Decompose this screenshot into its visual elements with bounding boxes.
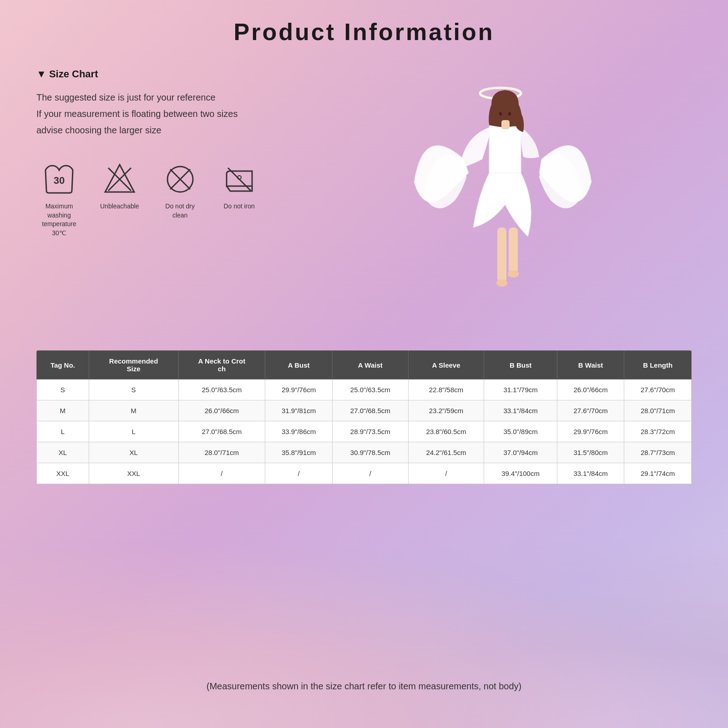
table-cell: 26.0"/66cm <box>178 400 265 421</box>
table-cell: / <box>265 463 333 484</box>
table-cell: 28.0"/71cm <box>178 442 265 463</box>
table-cell: 29.1"/74cm <box>624 463 692 484</box>
table-cell: L <box>89 421 178 442</box>
size-chart-header: ▼ Size Chart <box>36 68 382 80</box>
wash-30-icon: 30 <box>41 161 77 197</box>
col-tag-no: Tag No. <box>37 351 89 379</box>
table-cell: 28.3"/72cm <box>624 421 692 442</box>
page-title: Product Information <box>36 18 692 46</box>
col-b-waist: B Waist <box>557 351 624 379</box>
table-cell: S <box>89 379 178 400</box>
table-cell: 27.0"/68.5cm <box>332 400 408 421</box>
dry-clean-label: Do not dry clean <box>157 202 203 220</box>
footer-note: (Measurements shown in the size chart re… <box>0 681 728 692</box>
table-cell: 23.2"/59cm <box>408 400 484 421</box>
care-item-dry-clean: Do not dry clean <box>157 161 203 220</box>
table-cell: 28.0"/71cm <box>624 400 692 421</box>
no-bleach-icon <box>101 161 138 197</box>
table-cell: XL <box>89 442 178 463</box>
table-cell: M <box>37 400 89 421</box>
left-section: ▼ Size Chart The suggested size is just … <box>36 68 382 332</box>
iron-label: Do not iron <box>223 202 254 211</box>
table-cell: S <box>37 379 89 400</box>
col-b-bust: B Bust <box>484 351 557 379</box>
desc-line-3: advise choosing the larger size <box>36 122 382 138</box>
model-image <box>410 68 601 332</box>
table-cell: 29.9"/76cm <box>557 421 624 442</box>
table-cell: 28.9"/73.5cm <box>332 421 408 442</box>
table-row: XLXL28.0"/71cm35.8"/91cm30.9"/78.5cm24.2… <box>37 442 692 463</box>
svg-text:30: 30 <box>54 175 65 186</box>
bleach-label: Unbleachable <box>100 202 139 211</box>
table-cell: 27.0"/68.5cm <box>178 421 265 442</box>
svg-rect-11 <box>489 123 521 177</box>
table-cell: 30.9"/78.5cm <box>332 442 408 463</box>
table-cell: XXL <box>89 463 178 484</box>
table-cell: 35.0"/89cm <box>484 421 557 442</box>
svg-point-13 <box>499 112 502 116</box>
table-cell: 25.0"/63.5cm <box>332 379 408 400</box>
size-table-body: SS25.0"/63.5cm29.9"/76cm25.0"/63.5cm22.8… <box>37 379 692 484</box>
no-dry-clean-icon <box>162 161 198 197</box>
table-cell: 28.7"/73cm <box>624 442 692 463</box>
svg-rect-15 <box>497 228 506 282</box>
svg-point-14 <box>508 112 511 116</box>
col-a-neck-crotch: A Neck to Crotch <box>178 351 265 379</box>
table-row: LL27.0"/68.5cm33.9"/86cm28.9"/73.5cm23.8… <box>37 421 692 442</box>
table-cell: 33.1"/84cm <box>484 400 557 421</box>
table-cell: XL <box>37 442 89 463</box>
care-item-iron: Do not iron <box>221 161 258 211</box>
table-cell: / <box>178 463 265 484</box>
table-cell: 27.6"/70cm <box>624 379 692 400</box>
no-iron-icon <box>221 161 258 197</box>
table-cell: 26.0"/66cm <box>557 379 624 400</box>
table-cell: 27.6"/70cm <box>557 400 624 421</box>
table-cell: M <box>89 400 178 421</box>
care-icons-section: 30 Maximum washing temperature 30℃ Unble… <box>36 161 382 238</box>
size-table-section: Tag No. RecommendedSize A Neck to Crotch… <box>36 350 692 484</box>
col-a-bust: A Bust <box>265 351 333 379</box>
table-cell: 33.9"/86cm <box>265 421 333 442</box>
table-cell: 35.8"/91cm <box>265 442 333 463</box>
table-row: SS25.0"/63.5cm29.9"/76cm25.0"/63.5cm22.8… <box>37 379 692 400</box>
col-a-waist: A Waist <box>332 351 408 379</box>
table-cell: 31.9"/81cm <box>265 400 333 421</box>
desc-line-1: The suggested size is just for your refe… <box>36 89 382 106</box>
svg-point-18 <box>508 270 519 278</box>
col-b-length: B Length <box>624 351 692 379</box>
table-cell: 22.8"/58cm <box>408 379 484 400</box>
table-cell: XXL <box>37 463 89 484</box>
table-cell: / <box>332 463 408 484</box>
care-item-washing: 30 Maximum washing temperature 30℃ <box>36 161 82 238</box>
table-row: MM26.0"/66cm31.9"/81cm27.0"/68.5cm23.2"/… <box>37 400 692 421</box>
size-chart-description: The suggested size is just for your refe… <box>36 89 382 138</box>
table-cell: 24.2"/61.5cm <box>408 442 484 463</box>
svg-rect-16 <box>509 228 518 273</box>
table-cell: 29.9"/76cm <box>265 379 333 400</box>
wash-label: Maximum washing temperature 30℃ <box>36 202 82 238</box>
table-cell: 39.4"/100cm <box>484 463 557 484</box>
care-item-bleach: Unbleachable <box>100 161 139 211</box>
right-section <box>400 68 619 332</box>
col-recommended-size: RecommendedSize <box>89 351 178 379</box>
table-row: XXLXXL////39.4"/100cm33.1"/84cm29.1"/74c… <box>37 463 692 484</box>
table-cell: 31.1"/79cm <box>484 379 557 400</box>
table-header-row: Tag No. RecommendedSize A Neck to Crotch… <box>37 351 692 379</box>
size-table: Tag No. RecommendedSize A Neck to Crotch… <box>36 350 692 484</box>
svg-point-17 <box>496 279 507 287</box>
table-cell: 23.8"/60.5cm <box>408 421 484 442</box>
table-cell: 37.0"/94cm <box>484 442 557 463</box>
table-cell: / <box>408 463 484 484</box>
angel-model-svg <box>410 68 601 332</box>
page-wrapper: Product Information ▼ Size Chart The sug… <box>0 0 728 728</box>
table-cell: 31.5"/80cm <box>557 442 624 463</box>
size-chart-title: ▼ Size Chart <box>36 68 98 80</box>
desc-line-2: If your measurement is floating between … <box>36 106 382 122</box>
svg-rect-19 <box>501 120 510 129</box>
table-cell: L <box>37 421 89 442</box>
col-a-sleeve: A Sleeve <box>408 351 484 379</box>
background-texture <box>0 537 728 728</box>
table-cell: 25.0"/63.5cm <box>178 379 265 400</box>
table-cell: 33.1"/84cm <box>557 463 624 484</box>
content-area: ▼ Size Chart The suggested size is just … <box>36 68 692 332</box>
